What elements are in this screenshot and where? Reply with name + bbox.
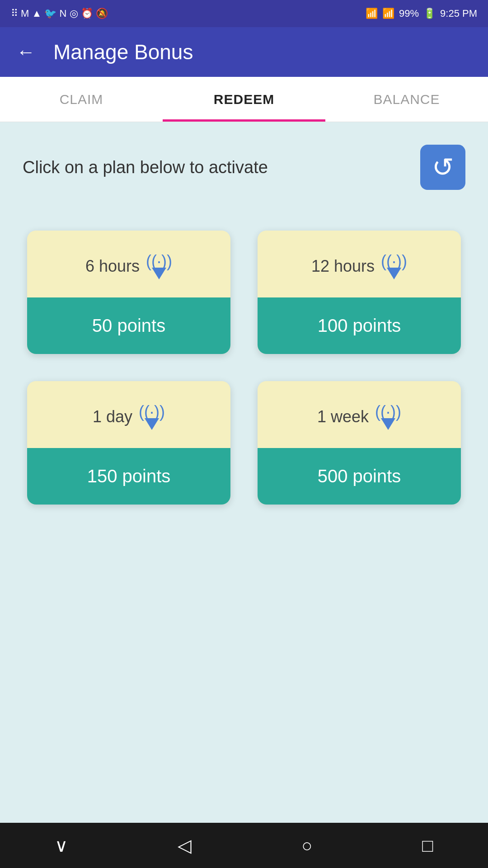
battery-level: 99% <box>399 8 419 19</box>
wifi-tower-12hours <box>387 268 401 279</box>
wifi-tower-6hours <box>152 268 166 279</box>
status-bar: ⠿ M ▲ 🐦 N ◎ ⏰ 🔕 📶 📶 99% 🔋 9:25 PM <box>0 0 488 27</box>
plan-points-12hours: 100 points <box>318 316 401 336</box>
activate-row: Click on a plan below to activate ↺ <box>23 145 465 190</box>
wifi-signal-icon: 📶 <box>366 8 378 19</box>
tab-redeem[interactable]: REDEEM <box>163 77 325 122</box>
status-icons: ⠿ M ▲ 🐦 N ◎ ⏰ 🔕 <box>11 8 108 19</box>
nav-bar: ∨ ◁ ○ □ <box>0 823 488 868</box>
main-content: Click on a plan below to activate ↺ 6 ho… <box>0 122 488 823</box>
wifi-icon-1day: ((·)) <box>139 404 165 430</box>
plan-card-12hours[interactable]: 12 hours ((·)) 100 points <box>258 231 461 354</box>
plan-points-6hours: 50 points <box>92 316 165 336</box>
plan-card-top-1day: 1 day ((·)) <box>27 381 230 448</box>
clock: 9:25 PM <box>440 8 477 19</box>
plan-card-bottom-1week: 500 points <box>258 448 461 505</box>
plan-duration-12hours: 12 hours <box>311 257 375 276</box>
plans-grid: 6 hours ((·)) 50 points 12 hours ((·)) 1 <box>23 217 465 518</box>
tab-bar: CLAIM REDEEM BALANCE <box>0 77 488 122</box>
plan-card-bottom-6hours: 50 points <box>27 297 230 354</box>
status-bar-right: 📶 📶 99% 🔋 9:25 PM <box>366 8 477 19</box>
nav-down-button[interactable]: ∨ <box>55 835 68 856</box>
plan-duration-6hours: 6 hours <box>85 257 140 276</box>
plan-card-1week[interactable]: 1 week ((·)) 500 points <box>258 381 461 505</box>
battery-icon: 🔋 <box>423 8 436 19</box>
history-icon: ↺ <box>432 152 454 183</box>
plan-card-top-1week: 1 week ((·)) <box>258 381 461 448</box>
back-button[interactable]: ← <box>16 42 35 61</box>
tab-balance[interactable]: BALANCE <box>325 77 488 122</box>
plan-card-1day[interactable]: 1 day ((·)) 150 points <box>27 381 230 505</box>
plan-card-6hours[interactable]: 6 hours ((·)) 50 points <box>27 231 230 354</box>
wifi-tower-1week <box>381 418 395 430</box>
nav-recent-button[interactable]: □ <box>422 835 433 856</box>
plan-card-top-6hours: 6 hours ((·)) <box>27 231 230 297</box>
cell-signal-icon: 📶 <box>382 8 394 19</box>
plan-card-bottom-12hours: 100 points <box>258 297 461 354</box>
status-bar-left: ⠿ M ▲ 🐦 N ◎ ⏰ 🔕 <box>11 8 108 19</box>
tab-claim[interactable]: CLAIM <box>0 77 163 122</box>
plan-card-top-12hours: 12 hours ((·)) <box>258 231 461 297</box>
nav-home-button[interactable]: ○ <box>301 835 312 856</box>
wifi-icon-1week: ((·)) <box>375 404 401 430</box>
page-title: Manage Bonus <box>53 40 193 64</box>
wifi-icon-6hours: ((·)) <box>146 253 172 279</box>
history-button[interactable]: ↺ <box>420 145 465 190</box>
header: ← Manage Bonus <box>0 27 488 77</box>
activate-text: Click on a plan below to activate <box>23 158 268 177</box>
plan-duration-1day: 1 day <box>93 407 132 426</box>
plan-card-bottom-1day: 150 points <box>27 448 230 505</box>
plan-points-1day: 150 points <box>87 466 171 486</box>
plan-points-1week: 500 points <box>318 466 401 486</box>
wifi-tower-1day <box>145 418 159 430</box>
plan-duration-1week: 1 week <box>317 407 369 426</box>
wifi-icon-12hours: ((·)) <box>381 253 407 279</box>
nav-back-button[interactable]: ◁ <box>178 835 192 856</box>
